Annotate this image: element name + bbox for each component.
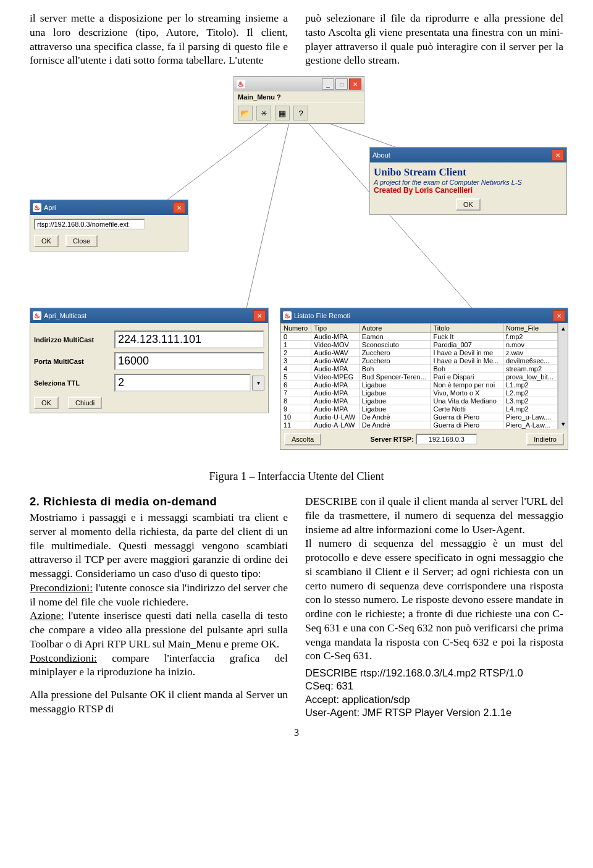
server-ip: 192.168.0.3	[416, 434, 477, 445]
cell: Piero_A-Law...	[503, 421, 557, 429]
dropdown-icon[interactable]: ▾	[252, 376, 264, 390]
cell: Parodia_007	[431, 341, 503, 349]
indietro-button[interactable]: Indietro	[526, 433, 564, 445]
addr-label: Indirizzo MultiCast	[34, 336, 114, 343]
about-ok-button[interactable]: OK	[456, 198, 481, 211]
left-tail: Alla pressione del Pulsante OK il client…	[30, 688, 288, 716]
table-row[interactable]: 10Audio-U-LAWDe AndrèGuerra di PieroPier…	[281, 413, 558, 421]
cell: 5	[281, 373, 311, 381]
ascolta-button[interactable]: Ascolta	[284, 433, 321, 445]
cell: Video-MPEG	[311, 373, 360, 381]
cell: L1.mp2	[503, 381, 557, 389]
scroll-down-icon[interactable]: ▾	[561, 420, 565, 428]
cell: De Andrè	[359, 421, 431, 429]
java-icon: ♨	[283, 311, 292, 320]
msg-line2: CSeq: 631	[305, 680, 563, 693]
precondizioni-label: Precondizioni:	[30, 581, 93, 594]
cell: 2	[281, 349, 311, 357]
cell: stream.mp2	[503, 365, 557, 373]
cell: Audio-MPA	[311, 381, 360, 389]
cell: devilme6sec...	[503, 357, 557, 365]
table-row[interactable]: 5Video-MPEGBud Spencer-Teren...Pari e Di…	[281, 373, 558, 381]
table-row[interactable]: 4Audio-MPABohBohstream.mp2	[281, 365, 558, 373]
cell: Ligabue	[359, 397, 431, 405]
port-input[interactable]: 16000	[114, 352, 264, 370]
cell: De Andrè	[359, 413, 431, 421]
table-row[interactable]: 7Audio-MPALigabueVivo, Morto o XL2.mp2	[281, 389, 558, 397]
scroll-up-icon[interactable]: ▴	[561, 324, 565, 332]
multicast-titlebar: ♨ Apri_Multicast ✕	[30, 308, 268, 323]
about-title: About	[372, 151, 390, 159]
page-number: 3	[30, 727, 563, 738]
url-input[interactable]: rtsp://192.168.0.3/nomefile.ext	[34, 219, 145, 230]
postcondizioni-label: Postcondizioni:	[30, 652, 97, 664]
about-titlebar: About ✕	[370, 148, 566, 162]
cell: 7	[281, 389, 311, 397]
cell: Audio-MPA	[311, 389, 360, 397]
cell: Certe Notti	[431, 405, 503, 413]
close-icon[interactable]: ✕	[253, 310, 266, 321]
file-table[interactable]: NumeroTipoAutoreTitoloNome_File 0Audio-M…	[280, 323, 558, 429]
table-row[interactable]: 1Video-MOVSconosciutoParodia_007n.mov	[281, 341, 558, 349]
cell: Ligabue	[359, 381, 431, 389]
close-icon[interactable]: ✕	[552, 150, 564, 161]
cell: Audio-WAV	[311, 357, 360, 365]
table-row[interactable]: 9Audio-MPALigabueCerte NottiL4.mp2	[281, 405, 558, 413]
msg-line4: User-Agent: JMF RTSP Player Version 2.1.…	[305, 706, 563, 719]
table-row[interactable]: 3Audio-WAVZuccheroI have a Devil in Me..…	[281, 357, 558, 365]
ttl-select[interactable]: 2	[114, 374, 251, 392]
list-icon[interactable]: ▦	[275, 106, 290, 120]
scrollbar[interactable]: ▴ ▾	[558, 323, 568, 429]
cell: 4	[281, 365, 311, 373]
figure-caption: Figura 1 – Interfaccia Utente del Client	[30, 470, 563, 483]
table-row[interactable]: 11Audio-A-LAWDe AndrèGuerra di PieroPier…	[281, 421, 558, 429]
listato-title: Listato File Remoti	[294, 312, 350, 319]
col-header[interactable]: Numero	[281, 324, 311, 333]
close-button[interactable]: Close	[65, 235, 98, 247]
table-row[interactable]: 6Audio-MPALigabueNon è tempo per noiL1.m…	[281, 381, 558, 389]
java-icon: ♨	[33, 311, 41, 320]
addr-input[interactable]: 224.123.111.101	[114, 331, 264, 348]
cell: Audio-MPA	[311, 365, 360, 373]
section2-text: Mostriamo i passaggi e i messaggi scambi…	[30, 511, 288, 579]
cell: Audio-A-LAW	[311, 421, 360, 429]
cell: prova_low_bit...	[503, 373, 557, 381]
cell: Una Vita da Mediano	[431, 397, 503, 405]
minimize-button[interactable]: _	[322, 78, 334, 90]
svg-line-1	[246, 122, 289, 311]
table-row[interactable]: 8Audio-MPALigabueUna Vita da MedianoL3.m…	[281, 397, 558, 405]
intro-text2: può selezionare il file da riprodurre e …	[305, 11, 563, 67]
mc-ok-button[interactable]: OK	[34, 397, 59, 409]
maximize-button[interactable]: □	[335, 78, 348, 90]
col-header[interactable]: Nome_File	[503, 324, 557, 333]
table-row[interactable]: 0Audio-MPAEamonFuck Itf.mp2	[281, 333, 558, 341]
azione-label: Azione:	[30, 609, 64, 622]
menu-bar[interactable]: Main_Menu ?	[234, 91, 364, 103]
multicast-dialog: ♨ Apri_Multicast ✕ Indirizzo MultiCast 2…	[30, 308, 269, 413]
open-file-icon[interactable]: 📂	[238, 106, 253, 120]
apri-title: Apri	[44, 204, 56, 211]
ok-button[interactable]: OK	[34, 235, 59, 247]
cell: 11	[281, 421, 311, 429]
close-icon[interactable]: ✕	[173, 202, 185, 213]
cell: Eamon	[359, 333, 431, 341]
col-header[interactable]: Autore	[359, 324, 431, 333]
svg-line-0	[159, 122, 271, 206]
cell: 0	[281, 333, 311, 341]
close-icon[interactable]: ✕	[553, 310, 565, 321]
about-icon[interactable]: ?	[293, 106, 308, 120]
listato-titlebar: ♨ Listato File Remoti ✕	[280, 308, 568, 323]
cell: Audio-U-LAW	[311, 413, 360, 421]
close-button[interactable]: ✕	[349, 78, 361, 90]
col-header[interactable]: Titolo	[431, 324, 503, 333]
col-header[interactable]: Tipo	[311, 324, 360, 333]
cell: Zucchero	[359, 357, 431, 365]
msg-line1: DESCRIBE rtsp://192.168.0.3/L4.mp2 RTSP/…	[305, 667, 563, 680]
cell: L2.mp2	[503, 389, 557, 397]
cell: Guerra di Piero	[431, 421, 503, 429]
toolbar: 📂 ✳ ▦ ?	[234, 103, 364, 124]
cell: Audio-MPA	[311, 333, 360, 341]
multicast-icon[interactable]: ✳	[256, 106, 271, 120]
mc-close-button[interactable]: Chiudi	[68, 397, 102, 409]
table-row[interactable]: 2Audio-WAVZuccheroI have a Devil in mez.…	[281, 349, 558, 357]
